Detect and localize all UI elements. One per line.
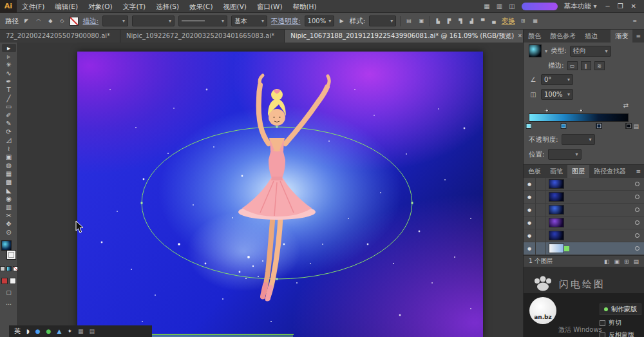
align-icon[interactable]: ▄	[490, 17, 497, 26]
hide-handles-icon[interactable]: ◇	[58, 16, 66, 26]
visibility-eye-icon[interactable]: ●	[524, 191, 536, 203]
fill-stroke-swatches[interactable]	[1, 240, 17, 264]
gradient-stop[interactable]	[596, 123, 601, 129]
make-mask-button[interactable]: 制作蒙版	[600, 303, 641, 315]
tab-gradient[interactable]: 渐变	[611, 30, 632, 43]
eyedropper-tool[interactable]: ◣	[2, 186, 16, 195]
selection-tool[interactable]: ▸	[2, 44, 16, 52]
shape-builder-tool[interactable]: ◍	[2, 161, 16, 169]
convert-anchor-corner-icon[interactable]: ◤	[23, 16, 30, 26]
gradient-midpoint[interactable]	[578, 108, 583, 113]
target-circle-icon[interactable]	[635, 182, 639, 186]
line-segment-tool[interactable]: ╱	[2, 94, 16, 102]
gradient-swatch[interactable]	[529, 44, 542, 57]
gradient-within-stroke-icon[interactable]: ▭	[567, 61, 578, 70]
tray-icon-star[interactable]: ✦	[67, 328, 72, 334]
canvas-area[interactable]	[18, 43, 523, 337]
menu-item[interactable]: 帮助(H)	[288, 0, 322, 13]
maximize-button[interactable]: ❐	[618, 3, 623, 10]
share-screen-icon[interactable]: ▦	[484, 3, 489, 10]
show-handles-icon[interactable]: ◆	[46, 16, 54, 26]
magic-wand-tool[interactable]: ✳	[2, 61, 16, 69]
layer-row[interactable]: ●	[524, 242, 644, 255]
more-options-icon[interactable]: ▶	[338, 16, 346, 26]
close-tab-icon[interactable]: ✕	[518, 30, 522, 43]
menu-item[interactable]: 文字(T)	[118, 0, 151, 13]
target-circle-icon[interactable]	[635, 207, 639, 212]
variable-width-dropdown[interactable]: ▾	[178, 15, 227, 26]
invert-mask-checkbox-row[interactable]: 反相蒙版	[600, 331, 634, 337]
panel-tab[interactable]: 描边	[580, 30, 602, 43]
preferences-icon[interactable]: ▣	[417, 16, 426, 26]
clip-checkbox-row[interactable]: 剪切	[600, 318, 621, 327]
promo-pill[interactable]	[522, 3, 558, 10]
gradient-angle-dropdown[interactable]: 0° ▾	[541, 74, 573, 85]
isolate-icon[interactable]: ⊞	[519, 16, 527, 26]
gradient-stop[interactable]	[626, 123, 632, 129]
scale-tool[interactable]: ◿	[2, 136, 16, 144]
gradient-stop[interactable]	[561, 123, 567, 129]
menu-item[interactable]: 编辑(E)	[50, 0, 83, 13]
panel-tab[interactable]: 路径查找器	[589, 165, 630, 178]
pen-tool[interactable]: ✒	[2, 77, 16, 86]
panel-tab[interactable]: 画笔	[545, 165, 567, 178]
options-menu-icon[interactable]: ≡	[630, 16, 639, 26]
menu-item[interactable]: 窗口(W)	[252, 0, 288, 13]
lock-cell[interactable]	[536, 229, 545, 242]
document-setup-icon[interactable]: ▤	[404, 16, 413, 26]
stroke-color-dropdown[interactable]: ▾	[102, 15, 128, 26]
screen-mode-icon[interactable]: ▢	[6, 289, 12, 296]
free-transform-tool[interactable]: ▣	[2, 153, 16, 161]
new-layer-icon[interactable]: ⊞	[624, 258, 629, 265]
menu-item[interactable]: 视图(V)	[218, 0, 252, 13]
delete-stop-icon[interactable]: ▤	[633, 123, 639, 130]
layer-row[interactable]: ●	[524, 217, 644, 229]
gradient-button[interactable]	[6, 266, 12, 271]
align-icon[interactable]: ▜	[457, 17, 464, 26]
tray-icon-triangle[interactable]: ▲	[57, 328, 61, 334]
panel-tab[interactable]: 色板	[524, 165, 545, 178]
opacity-link[interactable]: 不透明度:	[271, 17, 301, 26]
lasso-tool[interactable]: ∿	[2, 69, 16, 77]
width-tool[interactable]: ≀	[2, 144, 16, 153]
visibility-eye-icon[interactable]: ●	[524, 229, 536, 242]
artboard-canvas[interactable]	[77, 52, 483, 337]
align-icon[interactable]: ▛	[446, 17, 453, 26]
pinned-app-1[interactable]: ▦	[78, 328, 84, 334]
minimize-button[interactable]: ─	[606, 3, 610, 10]
rotate-tool[interactable]: ⟳	[2, 128, 16, 136]
ime-indicator[interactable]: 英	[14, 327, 21, 336]
gradient-type-dropdown[interactable]: 径向 ▾	[570, 46, 611, 57]
none-button[interactable]	[13, 266, 18, 271]
panel-tab[interactable]: 颜色参考	[545, 30, 580, 43]
target-circle-icon[interactable]	[635, 246, 639, 251]
hand-tool[interactable]: ✥	[2, 220, 16, 228]
reverse-gradient-icon[interactable]: ⇄	[623, 102, 629, 109]
mesh-tool[interactable]: ▦	[2, 169, 16, 178]
new-sublayer-icon[interactable]: ▣	[614, 258, 620, 265]
visibility-eye-icon[interactable]: ●	[524, 204, 536, 216]
layer-row[interactable]: ●	[524, 178, 644, 191]
target-circle-icon[interactable]	[635, 220, 639, 225]
pinned-app-2[interactable]: ▤	[89, 328, 95, 334]
menu-item[interactable]: 对象(O)	[83, 0, 117, 13]
visibility-eye-icon[interactable]: ●	[524, 217, 536, 229]
type-tool[interactable]: T	[2, 86, 16, 94]
blend-tool[interactable]: ◉	[2, 195, 16, 203]
style-dropdown[interactable]: ▾	[369, 15, 396, 26]
align-icon[interactable]: ▟	[468, 17, 475, 26]
panel-tab[interactable]: 颜色	[524, 30, 545, 43]
arrange-documents-icon[interactable]: ▥	[497, 3, 502, 10]
stroke-link[interactable]: 描边:	[82, 17, 99, 26]
visibility-eye-icon[interactable]: ●	[524, 242, 536, 255]
stroke-color-swatch[interactable]	[6, 250, 16, 260]
workspace-switcher[interactable]: 基本功能 ▾	[564, 2, 597, 11]
lock-cell[interactable]	[536, 191, 545, 203]
document-tab[interactable]: Nipic_10673188_20191219225439906081.ai* …	[285, 30, 523, 43]
arrange-icon[interactable]: ▦	[531, 16, 540, 26]
toolbar-more-icon[interactable]: ⋯	[6, 301, 12, 307]
lock-cell[interactable]	[536, 242, 545, 255]
align-icon[interactable]: ▙	[434, 17, 441, 26]
panel-menu-icon[interactable]: ≡	[632, 165, 644, 178]
gradient-midpoint[interactable]	[544, 108, 549, 113]
